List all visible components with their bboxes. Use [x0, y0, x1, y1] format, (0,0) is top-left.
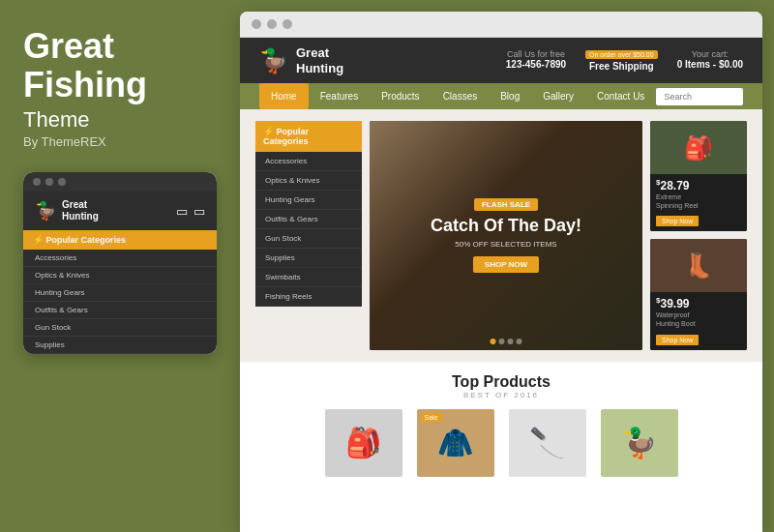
phone-number: 123-456-7890	[506, 59, 566, 70]
shipping-text: Free Shipping	[585, 61, 658, 72]
mobile-icon-1: ▭	[176, 204, 188, 219]
mobile-icons: ▭ ▭	[176, 204, 205, 219]
hero-dot-3[interactable]	[508, 339, 514, 344]
dot2	[45, 178, 53, 186]
theme-by: By ThemeREX	[23, 134, 217, 149]
list-item[interactable]: Outfits & Gears	[255, 210, 362, 229]
mobile-category-list: Accessories Optics & Knives Hunting Gear…	[23, 250, 217, 354]
site-logo-text: Great Hunting	[296, 45, 343, 75]
hero-cta-button[interactable]: SHOP NOW	[473, 256, 539, 273]
site-content: ⚡ Popular Categories Accessories Optics …	[240, 109, 762, 532]
duck-icon: 🦆	[35, 200, 56, 222]
nav-item-products[interactable]: Products	[370, 83, 431, 109]
section-subtitle: BEST OF 2016	[255, 391, 747, 399]
categories-sidebar: ⚡ Popular Categories Accessories Optics …	[255, 121, 362, 349]
nav-item-classes[interactable]: Classes	[432, 83, 490, 109]
hero-section: ⚡ Popular Categories Accessories Optics …	[240, 109, 762, 361]
site-logo: 🦆 Great Hunting	[259, 45, 343, 75]
phone-label: Call Us for free	[507, 49, 565, 59]
site-info: Call Us for free 123-456-7890 On order o…	[506, 49, 743, 72]
hero-dot-1[interactable]	[491, 339, 496, 344]
site-info-shipping: On order over $50.00 Free Shipping	[585, 49, 658, 72]
top-products-section: Top Products BEST OF 2016 🎒 Sale🧥 🔪 🦆	[240, 362, 762, 532]
hero-title: Catch Of The Day!	[431, 217, 581, 236]
browser-dot-1	[252, 19, 261, 29]
product-name-2: WaterproofHunting Boot	[656, 310, 741, 328]
nav-item-features[interactable]: Features	[309, 83, 370, 109]
section-title: Top Products	[255, 373, 747, 391]
product-image-1: 🎒	[650, 121, 747, 174]
browser-bar	[240, 12, 762, 38]
nav-item-gallery[interactable]: Gallery	[531, 83, 585, 109]
cart-value: 0 Items - $0.00	[677, 59, 743, 70]
product-card-info-1: $28.79 ExtremeSpinning Reel Shop Now	[650, 174, 747, 231]
left-panel: Great Fishing Theme By ThemeREX 🦆 Great …	[0, 0, 240, 532]
product-name-1: ExtremeSpinning Reel	[656, 192, 741, 210]
mobile-header: 🦆 Great Hunting ▭ ▭	[23, 192, 217, 230]
list-item[interactable]: Gun Stock	[255, 229, 362, 249]
mobile-titlebar	[23, 172, 217, 192]
hero-subtitle: 50% OFF SELECTED ITEMS	[455, 240, 556, 249]
search-input[interactable]	[656, 88, 743, 105]
product-img-2: Sale🧥	[417, 409, 494, 477]
site-info-cart: Your cart: 0 Items - $0.00	[677, 49, 743, 72]
hero-dot-4[interactable]	[517, 339, 522, 344]
categories-header: ⚡ Popular Categories	[255, 121, 362, 152]
product-img-4: 🦆	[601, 409, 678, 477]
nav-item-blog[interactable]: Blog	[489, 83, 531, 109]
products-grid: 🎒 Sale🧥 🔪 🦆	[255, 409, 747, 477]
product-price-2: $39.99	[656, 296, 741, 310]
product-card-info-2: $39.99 WaterproofHunting Boot Shop Now	[650, 292, 747, 349]
mobile-categories-header: ⚡ Popular Categories	[23, 230, 217, 250]
site-info-phone: Call Us for free 123-456-7890	[506, 49, 566, 72]
flash-sale-badge: FLASH SALE	[474, 198, 538, 211]
list-item[interactable]: Optics & Knives	[23, 267, 217, 284]
product-card-3: 🔪	[506, 409, 588, 477]
list-item[interactable]: Fishing Reels	[255, 287, 362, 307]
shipping-badge: On order over $50.00	[585, 50, 658, 59]
cart-label: Your cart:	[692, 49, 729, 59]
sale-badge: Sale	[421, 413, 442, 422]
mobile-logo: 🦆 Great Hunting	[35, 199, 99, 222]
browser-dot-3	[283, 19, 292, 29]
hero-dot-2[interactable]	[499, 339, 505, 344]
hero-banner: FLASH SALE Catch Of The Day! 50% OFF SEL…	[370, 121, 642, 349]
product-img-1: 🎒	[325, 409, 402, 477]
list-item[interactable]: Outfits & Gears	[23, 302, 217, 319]
list-item[interactable]: Gun Stock	[23, 319, 217, 337]
site-header: 🦆 Great Hunting Call Us for free 123-456…	[240, 38, 762, 83]
list-item[interactable]: Optics & Knives	[255, 171, 362, 191]
dot1	[33, 178, 41, 186]
nav-item-contact[interactable]: Contact Us	[585, 83, 656, 109]
hero-dots	[491, 339, 522, 344]
product-card-small-2: 👢 $39.99 WaterproofHunting Boot Shop Now	[650, 239, 747, 349]
product-card-4: 🦆	[598, 409, 680, 477]
duck-logo-icon: 🦆	[259, 47, 288, 74]
list-item[interactable]: Hunting Gears	[255, 191, 362, 210]
mobile-preview: 🦆 Great Hunting ▭ ▭ ⚡ Popular Categories…	[23, 172, 217, 354]
product-card-small-1: 🎒 $28.79 ExtremeSpinning Reel Shop Now	[650, 121, 747, 231]
product-cards-right: 🎒 $28.79 ExtremeSpinning Reel Shop Now 👢…	[650, 121, 747, 349]
list-item[interactable]: Supplies	[23, 337, 217, 354]
theme-title: Great Fishing	[23, 27, 217, 103]
list-item[interactable]: Hunting Gears	[23, 284, 217, 302]
site-nav: Home Features Products Classes Blog Gall…	[240, 83, 762, 109]
shop-now-button-1[interactable]: Shop Now	[656, 216, 699, 226]
product-card-1: 🎒	[322, 409, 404, 477]
list-item[interactable]: Accessories	[255, 152, 362, 171]
product-image-2: 👢	[650, 239, 747, 292]
list-item[interactable]: Supplies	[255, 249, 362, 268]
browser-dot-2	[267, 19, 277, 29]
nav-item-home[interactable]: Home	[259, 83, 309, 109]
product-img-3: 🔪	[509, 409, 586, 477]
shop-now-button-2[interactable]: Shop Now	[656, 335, 699, 345]
theme-subtitle: Theme	[23, 107, 217, 133]
category-list: Accessories Optics & Knives Hunting Gear…	[255, 152, 362, 307]
list-item[interactable]: Swimbaits	[255, 268, 362, 287]
product-card-2: Sale🧥	[414, 409, 496, 477]
hero-banner-overlay: FLASH SALE Catch Of The Day! 50% OFF SEL…	[370, 121, 642, 349]
mobile-logo-text: Great Hunting	[62, 199, 99, 222]
right-panel: 🦆 Great Hunting Call Us for free 123-456…	[240, 12, 762, 532]
mobile-icon-2: ▭	[194, 204, 205, 219]
list-item[interactable]: Accessories	[23, 250, 217, 267]
